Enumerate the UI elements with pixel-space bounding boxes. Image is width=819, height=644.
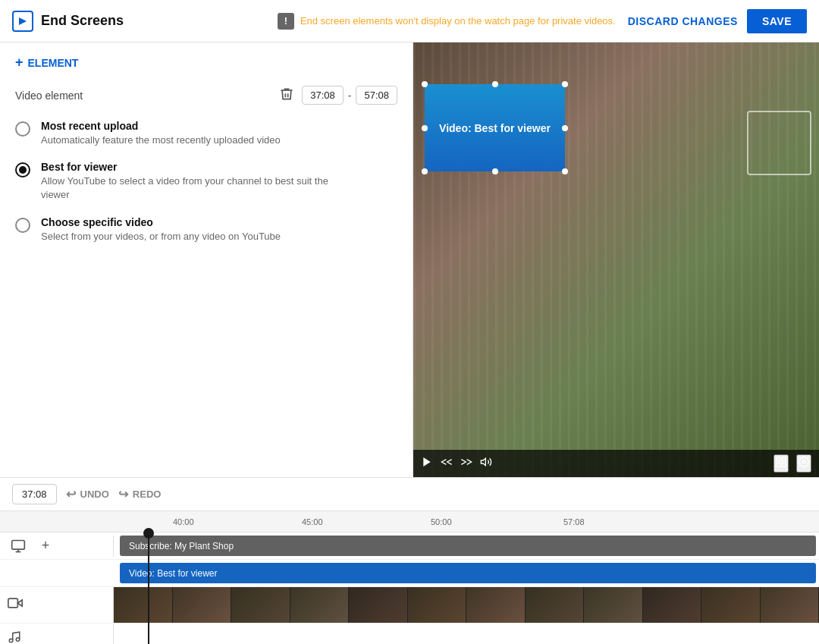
ruler-mark-2: 45:00 [302,517,323,526]
svg-point-12 [16,637,20,641]
warning-icon: ! [278,13,294,30]
fast-forward-button[interactable] [460,456,472,471]
undo-button[interactable]: ↩ UNDO [66,487,109,501]
audio-icon-area [0,624,114,644]
thumbnails-row [0,587,819,624]
playhead-dot [143,528,154,539]
thumb-6 [408,587,467,623]
volume-button[interactable] [480,456,492,471]
option-most-recent-desc: Automatically feature the most recently … [41,134,281,147]
controls-right [774,454,811,473]
ruler-mark-3: 50:00 [431,517,452,526]
undo-icon: ↩ [66,487,76,501]
svg-rect-10 [8,598,17,608]
subscribe-placeholder [747,111,811,175]
playhead[interactable] [148,532,149,644]
resize-handle-bottomleft[interactable] [422,168,428,174]
add-track-button[interactable]: + [36,537,55,555]
time-end-badge[interactable]: 57:08 [356,86,397,105]
timeline-ruler: 40:00 45:00 50:00 57:08 [0,511,819,532]
option-best-for-viewer-title: Best for viewer [41,161,359,173]
resize-handle-bottomright[interactable] [562,168,568,174]
add-element-button[interactable]: + ELEMENT [15,55,78,71]
delete-element-button[interactable] [279,86,294,104]
thumb-5 [349,587,408,623]
resize-handle-topmid[interactable] [492,81,498,87]
time-separator: - [348,90,352,102]
subscribe-track-bar[interactable]: Subscribe: My Plant Shop [120,536,816,556]
end-screen-video-element[interactable]: Video: Best for viewer [425,84,565,171]
rewind-button[interactable] [441,456,453,471]
resize-handle-topleft[interactable] [422,81,428,87]
play-button[interactable] [421,456,433,471]
radio-choose-specific [15,218,30,233]
ruler-mark-4: 57:08 [563,517,585,526]
time-start-badge[interactable]: 37:08 [302,86,344,105]
option-choose-specific-title: Choose specific video [41,216,281,228]
resize-handle-topright[interactable] [562,81,568,87]
play-icon [19,17,27,25]
svg-point-6 [802,460,805,463]
thumb-4 [290,587,350,623]
page-title: End Screens [41,13,124,29]
timeline: 37:08 ↩ UNDO ↪ REDO 40:00 45:00 50:00 57… [0,477,819,644]
option-most-recent[interactable]: Most recent upload Automatically feature… [15,120,397,147]
resize-handle-leftmid[interactable] [422,125,428,131]
option-choose-specific-desc: Select from your videos, or from any vid… [41,230,281,243]
radio-best-for-viewer [15,162,30,177]
radio-inner-dot [19,166,27,174]
thumb-9 [584,587,643,623]
thumb-11 [701,587,761,623]
redo-label: REDO [133,488,162,500]
svg-marker-1 [481,458,485,465]
thumb-1 [114,587,173,623]
thumb-7 [466,587,526,623]
resize-handle-bottommid[interactable] [492,168,498,174]
video-background: Video: Best for viewer [413,42,819,477]
option-best-for-viewer-desc: Allow YouTube to select a video from you… [41,174,359,202]
music-icon [8,630,21,645]
redo-button[interactable]: ↪ REDO [118,487,162,501]
option-choose-specific[interactable]: Choose specific video Select from your v… [15,216,397,243]
thumb-3 [231,587,290,623]
timeline-content: + Subscribe: My Plant Shop Video: Best f… [0,532,819,644]
thumb-10 [643,587,702,623]
svg-point-11 [9,639,13,642]
thumbnail-strip [114,587,819,623]
audio-row [0,624,819,644]
svg-marker-0 [423,457,430,467]
ruler-marks: 40:00 45:00 50:00 57:08 [143,511,819,532]
redo-icon: ↪ [118,487,128,501]
current-time-display[interactable]: 37:08 [12,484,57,504]
thumb-8 [526,587,585,623]
track-row-video: Video: Best for viewer [0,560,819,587]
plus-icon: + [15,55,24,71]
track-icons-1: + [0,536,114,557]
option-best-for-viewer[interactable]: Best for viewer Allow YouTube to select … [15,161,397,202]
ruler-mark-1: 40:00 [173,517,194,526]
video-preview: Video: Best for viewer [413,42,819,477]
option-most-recent-title: Most recent upload [41,120,281,132]
svg-rect-3 [782,457,786,461]
video-controls-bar [413,450,819,477]
save-button[interactable]: SAVE [747,9,807,33]
main-area: + ELEMENT Video element 37:08 - 57:08 [0,42,819,477]
svg-rect-4 [777,463,780,467]
svg-rect-2 [777,457,780,461]
warning-text: End screen elements won't display on the… [300,15,616,27]
screen-icon [8,536,29,557]
grid-button[interactable] [774,454,789,473]
left-panel: + ELEMENT Video element 37:08 - 57:08 [0,42,413,477]
svg-rect-7 [12,540,25,549]
settings-button[interactable] [796,454,811,473]
video-track-bar[interactable]: Video: Best for viewer [120,563,816,583]
resize-handle-rightmid[interactable] [562,125,568,131]
track-content-1: Subscribe: My Plant Shop [114,532,819,559]
element-row: Video element 37:08 - 57:08 [15,86,397,105]
thumb-icon-area [0,587,114,623]
radio-most-recent [15,121,30,137]
thumb-2 [173,587,232,623]
discard-changes-button[interactable]: DISCARD CHANGES [628,15,738,27]
header: End Screens ! End screen elements won't … [0,0,819,42]
video-options: Most recent upload Automatically feature… [15,120,397,243]
